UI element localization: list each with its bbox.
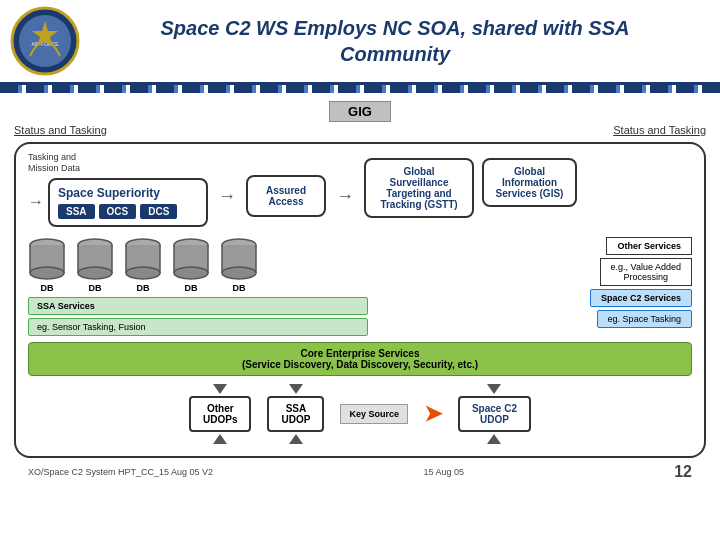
svg-point-7 [30, 267, 64, 279]
db-2: DB [76, 237, 114, 293]
other-udops-box: OtherUDOPs [189, 396, 251, 432]
arrow-udop-other-up [213, 434, 227, 444]
svg-point-27 [222, 267, 256, 279]
db-label-3: DB [137, 283, 150, 293]
status-row: Status and Tasking Status and Tasking [14, 124, 706, 136]
gstt-box: GlobalSurveillanceTargeting andTracking … [364, 158, 474, 218]
header: U.S. AIR FORCE Space C2 WS Employs NC SO… [0, 0, 720, 85]
title-area: Space C2 WS Employs NC SOA, shared with … [80, 15, 710, 67]
arrow-udop-ssa-down [289, 384, 303, 394]
space-superiority-title: Space Superiority [58, 186, 198, 200]
arrow-udop-other-down [213, 384, 227, 394]
db-row: DB DB DB DB [28, 237, 368, 293]
footer: XO/Space C2 System HPT_CC_15 Aug 05 V2 1… [14, 460, 706, 484]
arrow-to-right: → [336, 186, 354, 207]
footer-left: XO/Space C2 System HPT_CC_15 Aug 05 V2 [28, 467, 213, 477]
arrow-udop-c2-down [487, 384, 501, 394]
left-db-area: DB DB DB DB [28, 237, 368, 336]
ssa-item-ocs: OCS [99, 204, 137, 219]
ssa-row: SSA OCS DCS [58, 204, 198, 219]
header-stripe [0, 85, 720, 93]
ssa-udop-box: SSAUDOP [267, 396, 324, 432]
left-col: Tasking andMission Data → Space Superior… [28, 152, 208, 227]
status-right: Status and Tasking [613, 124, 706, 136]
arrow-udop-ssa-up [289, 434, 303, 444]
core-services-box: Core Enterprise Services (Service Discov… [28, 342, 692, 376]
other-services-title: Other Services [606, 237, 692, 255]
tasking-label: Tasking andMission Data [28, 152, 208, 174]
arrow-to-assured: → [218, 186, 236, 207]
db-1: DB [28, 237, 66, 293]
assured-title: AssuredAccess [262, 185, 310, 207]
status-left: Status and Tasking [14, 124, 107, 136]
udop-row: OtherUDOPs SSAUDOP Key Source ➤ Space C2… [28, 384, 692, 444]
key-source-label: Key Source [340, 404, 408, 424]
db-label-2: DB [89, 283, 102, 293]
core-services-line1: Core Enterprise Services [39, 348, 681, 359]
value-added-box: e.g., Value AddedProcessing [600, 258, 692, 286]
ssa-services-box: SSA Services [28, 297, 368, 315]
footer-right: 12 [674, 463, 692, 481]
space-tasking-box: eg. Space Tasking [597, 310, 692, 328]
svg-point-22 [174, 267, 208, 279]
core-services-line2: (Service Discovery, Data Discovery, Secu… [39, 359, 681, 370]
svg-point-17 [126, 267, 160, 279]
ssa-item-ssa: SSA [58, 204, 95, 219]
db-5: DB [220, 237, 258, 293]
svg-point-12 [78, 267, 112, 279]
space-superiority-box: Space Superiority SSA OCS DCS [48, 178, 208, 227]
db-label-1: DB [41, 283, 54, 293]
space-c2-udop-box: Space C2UDOP [458, 396, 531, 432]
ssa-item-dcs: DCS [140, 204, 177, 219]
right-boxes: GlobalSurveillanceTargeting andTracking … [364, 158, 577, 218]
logo: U.S. AIR FORCE [10, 6, 80, 76]
footer-center: 15 Aug 05 [423, 467, 464, 477]
db-3: DB [124, 237, 162, 293]
gis-box: GlobalInformationServices (GIS) [482, 158, 577, 207]
right-services-area: Other Services e.g., Value AddedProcessi… [378, 237, 692, 328]
main-content: GIG Status and Tasking Status and Taskin… [0, 93, 720, 492]
space-c2-services-box: Space C2 Services [590, 289, 692, 307]
page-title: Space C2 WS Employs NC SOA, shared with … [80, 15, 710, 67]
arrow-key-source: ➤ [424, 401, 442, 427]
db-services-section: DB DB DB DB [28, 237, 692, 336]
db-4: DB [172, 237, 210, 293]
gig-row: GIG [14, 101, 706, 122]
assured-access-box: AssuredAccess [246, 175, 326, 217]
db-label-5: DB [233, 283, 246, 293]
gig-label: GIG [329, 101, 391, 122]
sensor-tasking-box: eg. Sensor Tasking, Fusion [28, 318, 368, 336]
outer-box: Tasking andMission Data → Space Superior… [14, 142, 706, 458]
top-section: Tasking andMission Data → Space Superior… [28, 152, 692, 227]
db-label-4: DB [185, 283, 198, 293]
arrow-udop-c2-up [487, 434, 501, 444]
